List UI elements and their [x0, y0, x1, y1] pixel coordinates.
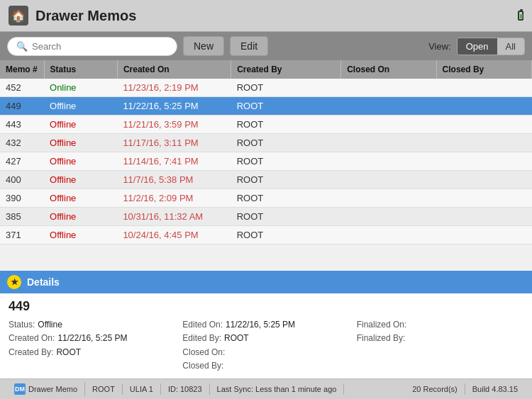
- search-box[interactable]: 🔍: [7, 37, 177, 56]
- detail-label: Closed By:: [182, 359, 223, 373]
- cell-closed-by: [436, 189, 531, 208]
- home-icon[interactable]: 🏠: [9, 6, 28, 26]
- memos-table: Memo # Status Created On Created By Clos…: [0, 60, 532, 245]
- cell-closed-on: [341, 152, 436, 171]
- cell-memo: 390: [0, 189, 44, 208]
- cell-created-on: 11/17/16, 3:11 PM: [117, 134, 231, 152]
- cell-created-on: 11/7/16, 5:38 PM: [117, 171, 231, 189]
- detail-label: Finalized By:: [357, 332, 406, 345]
- cell-closed-on: [341, 208, 436, 226]
- table-row[interactable]: 427 Offline 11/14/16, 7:41 PM ROOT: [0, 152, 532, 171]
- status-sync: Last Sync: Less than 1 minute ago: [210, 383, 345, 395]
- cell-created-on: 11/2/16, 2:09 PM: [117, 189, 231, 208]
- view-all-button[interactable]: All: [497, 38, 524, 55]
- detail-value: Offline: [38, 318, 62, 332]
- cell-closed-on: [341, 171, 436, 189]
- cell-created-by: ROOT: [231, 116, 341, 134]
- cell-closed-by: [436, 226, 531, 245]
- status-build: Build 4.83.15: [465, 383, 525, 395]
- cell-created-on: 10/24/16, 4:45 PM: [117, 226, 231, 245]
- details-title: Details: [27, 276, 60, 288]
- detail-row: Closed On:: [182, 346, 349, 359]
- table-row[interactable]: 400 Offline 11/7/16, 5:38 PM ROOT: [0, 171, 532, 189]
- table-row[interactable]: 371 Offline 10/24/16, 4:45 PM ROOT: [0, 226, 532, 245]
- table-row[interactable]: 385 Offline 10/31/16, 11:32 AM ROOT: [0, 208, 532, 226]
- detail-row: Closed By:: [182, 359, 349, 373]
- cell-memo: 452: [0, 79, 44, 97]
- cell-status: Online: [44, 79, 117, 97]
- cell-status: Offline: [44, 116, 117, 134]
- title-bar: 🏠 Drawer Memos: [0, 0, 532, 32]
- status-records: 20 Record(s): [405, 383, 465, 395]
- view-label: View:: [428, 41, 451, 52]
- detail-row: Edited By:ROOT: [182, 332, 349, 345]
- cell-closed-by: [436, 79, 531, 97]
- details-panel: 449 Status:OfflineCreated On:11/22/16, 5…: [0, 293, 532, 378]
- cell-closed-by: [436, 152, 531, 171]
- detail-row: Created By:ROOT: [9, 346, 175, 359]
- header-created-on: Created On: [117, 60, 231, 79]
- details-col2: Edited On:11/22/16, 5:25 PMEdited By:ROO…: [182, 318, 349, 373]
- cell-memo: 432: [0, 134, 44, 152]
- status-location: ULIA 1: [123, 383, 161, 395]
- table-container: Memo # Status Created On Created By Clos…: [0, 60, 532, 271]
- cell-created-by: ROOT: [231, 189, 341, 208]
- table-row[interactable]: 443 Offline 11/21/16, 3:59 PM ROOT: [0, 116, 532, 134]
- header-created-by: Created By: [231, 60, 341, 79]
- table-row[interactable]: 449 Offline 11/22/16, 5:25 PM ROOT: [0, 97, 532, 116]
- detail-row: Finalized By:: [357, 332, 523, 345]
- detail-value: ROOT: [56, 346, 81, 359]
- details-icon: ★: [7, 275, 21, 289]
- cell-created-on: 11/23/16, 2:19 PM: [117, 79, 231, 97]
- cell-created-by: ROOT: [231, 152, 341, 171]
- table-header-row: Memo # Status Created On Created By Clos…: [0, 60, 532, 79]
- detail-label: Status:: [9, 318, 35, 332]
- status-app-label: Drawer Memo: [28, 385, 77, 393]
- cell-created-by: ROOT: [231, 97, 341, 116]
- cell-status: Offline: [44, 208, 117, 226]
- detail-label: Finalized On:: [357, 318, 407, 332]
- edit-button[interactable]: Edit: [230, 36, 268, 56]
- cell-memo: 443: [0, 116, 44, 134]
- new-button[interactable]: New: [183, 36, 224, 56]
- cell-memo: 385: [0, 208, 44, 226]
- cell-closed-on: [341, 97, 436, 116]
- cell-created-on: 11/14/16, 7:41 PM: [117, 152, 231, 171]
- details-memo-number: 449: [9, 299, 523, 314]
- header-memo: Memo #: [0, 60, 44, 79]
- view-toggle: Open All: [457, 38, 525, 55]
- page-title: Drawer Memos: [35, 8, 136, 24]
- status-id: ID: 10823: [161, 383, 210, 395]
- cell-closed-on: [341, 116, 436, 134]
- cell-status: Offline: [44, 226, 117, 245]
- cell-status: Offline: [44, 134, 117, 152]
- detail-row: Edited On:11/22/16, 5:25 PM: [182, 318, 349, 332]
- table-row[interactable]: 452 Online 11/23/16, 2:19 PM ROOT: [0, 79, 532, 97]
- status-app[interactable]: DM Drawer Memo: [7, 382, 85, 396]
- cell-status: Offline: [44, 97, 117, 116]
- cell-closed-on: [341, 79, 436, 97]
- cell-created-by: ROOT: [231, 134, 341, 152]
- cell-closed-by: [436, 171, 531, 189]
- detail-row: Finalized On:: [357, 318, 523, 332]
- toolbar: 🔍 New Edit View: Open All: [0, 32, 532, 60]
- cell-memo: 371: [0, 226, 44, 245]
- search-input[interactable]: [32, 41, 168, 52]
- table-row[interactable]: 432 Offline 11/17/16, 3:11 PM ROOT: [0, 134, 532, 152]
- detail-value: 11/22/16, 5:25 PM: [57, 332, 127, 345]
- details-grid: Status:OfflineCreated On:11/22/16, 5:25 …: [9, 318, 523, 373]
- status-user: ROOT: [85, 383, 123, 395]
- detail-value: ROOT: [224, 332, 249, 345]
- cell-created-on: 11/22/16, 5:25 PM: [117, 97, 231, 116]
- search-icon: 🔍: [16, 41, 28, 52]
- details-col1: Status:OfflineCreated On:11/22/16, 5:25 …: [9, 318, 175, 373]
- cell-closed-by: [436, 134, 531, 152]
- view-open-button[interactable]: Open: [458, 38, 497, 55]
- table-row[interactable]: 390 Offline 11/2/16, 2:09 PM ROOT: [0, 189, 532, 208]
- header-status: Status: [44, 60, 117, 79]
- detail-label: Created By:: [9, 346, 53, 359]
- cell-created-by: ROOT: [231, 208, 341, 226]
- cell-memo: 400: [0, 171, 44, 189]
- cell-closed-on: [341, 189, 436, 208]
- detail-row: Status:Offline: [9, 318, 175, 332]
